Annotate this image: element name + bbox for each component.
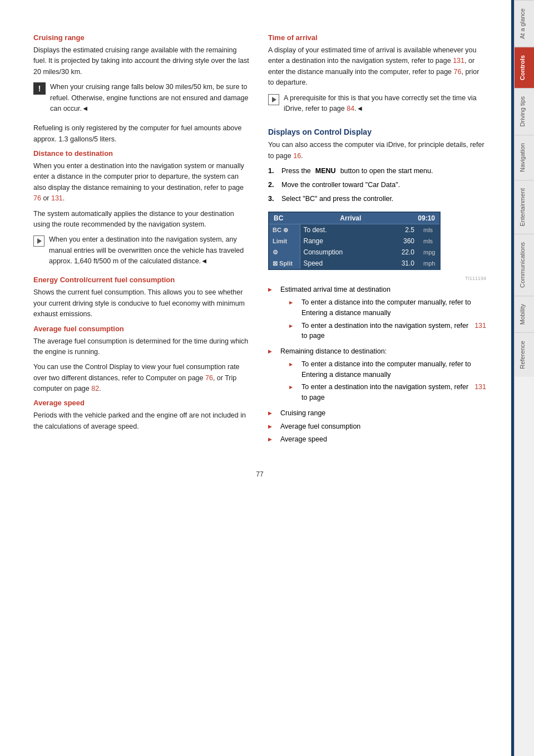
tab-entertainment[interactable]: Entertainment [515,180,534,234]
heading-cruising-range: Cruising range [33,33,251,42]
bc-value-speed: 31.0 [382,258,420,269]
step-2: Move the controller toward "Car Data". [268,180,486,190]
tab-communications[interactable]: Communications [515,234,534,296]
section-average-fuel: Average fuel consumption The average fue… [33,325,251,395]
link-131d[interactable]: 131 [474,382,486,392]
bc-row-consumption: ⚙ Consumption 22.0 mpg [269,247,439,258]
bullet-remaining-distance: Remaining distance to destination: To en… [268,346,486,405]
average-fuel-text-2: You can use the Control Display to view … [33,362,251,394]
bc-unit-to-dest: mls [420,224,439,235]
bc-value-range: 360 [382,235,420,247]
tab-navigation[interactable]: Navigation [515,135,534,180]
tab-mobility[interactable]: Mobility [515,296,534,332]
step-3: Select "BC" and press the controller. [268,194,486,204]
sub-item-destination-nav-2: To enter a destination into the navigati… [289,382,486,403]
bc-value-to-dest: 2.5 [382,224,420,235]
bc-display: BC Arrival 09:10 BC ⊕ To dest. 2.5 mls [268,212,441,270]
bc-unit-consumption: mpg [420,247,439,258]
control-display-steps: Press the MENU button to open the start … [268,166,486,204]
image-credit: TI111194 [268,276,486,281]
bc-icon-split: ⊠ Split [269,258,300,269]
heading-average-fuel: Average fuel consumption [33,325,251,333]
left-column: Cruising range Displays the estimated cr… [33,33,251,448]
bc-label-range: Range [300,235,382,247]
cruising-range-text-1: Displays the estimated cruising range av… [33,45,251,77]
warning-box-cruising: ! When your cruising range falls below 3… [33,82,251,119]
bc-row-to-dest: BC ⊕ To dest. 2.5 mls [269,224,439,235]
bc-header-label: BC [274,214,283,222]
right-column: Time of arrival A display of your estima… [268,33,486,448]
main-content: Cruising range Displays the estimated cr… [0,0,514,756]
bc-header-arrival-label: Arrival [340,214,361,222]
bc-label-consumption: Consumption [300,247,382,258]
bc-value-consumption: 22.0 [382,247,420,258]
bc-header-time: 09:10 [418,214,435,222]
sub-list-remaining: To enter a distance into the computer ma… [289,359,486,403]
link-82[interactable]: 82 [91,385,99,392]
section-time-of-arrival: Time of arrival A display of your estima… [268,33,486,119]
bc-unit-speed: mph [420,258,439,269]
bc-display-header: BC Arrival 09:10 [269,213,439,224]
page-wrapper: At a glance Controls Driving tips Naviga… [0,0,534,756]
bc-label-speed: Speed [300,258,382,269]
link-76[interactable]: 76 [33,194,41,202]
sub-item-distance-manual: To enter a distance into the computer ma… [289,297,486,318]
link-84[interactable]: 84 [347,105,354,112]
sub-list-arrival: To enter a distance into the computer ma… [289,297,486,341]
section-displays-control: Displays on Control Display You can also… [268,127,486,445]
bullet-content-2: Remaining distance to destination: To en… [280,346,486,405]
note-icon-time [268,94,279,105]
note-box-time: A prerequisite for this is that you have… [268,93,486,119]
link-131a[interactable]: 131 [51,194,63,202]
tab-reference[interactable]: Reference [515,332,534,377]
heading-energy-control: Energy Control/current fuel consumption [33,276,251,284]
tab-bar: At a glance Controls Driving tips Naviga… [514,0,534,756]
displays-control-text: You can also access the computer via iDr… [268,140,486,161]
note-icon-distance [33,235,44,247]
average-fuel-text-1: The average fuel consumption is determin… [33,336,251,358]
time-arrival-text-1: A display of your estimated time of arri… [268,45,486,89]
bullet-avg-speed: Average speed [268,434,486,445]
two-column-layout: Cruising range Displays the estimated cr… [33,33,486,448]
warning-icon: ! [33,82,46,95]
section-distance-destination: Distance to destination When you enter a… [33,149,251,271]
sub-item-destination-nav: To enter a destination into the navigati… [289,321,486,342]
bc-row-range: Limit Range 360 mls [269,235,439,247]
bc-row-speed: ⊠ Split Speed 31.0 mph [269,258,439,269]
distance-dest-text-2: The system automatically applies the dis… [33,209,251,230]
bullet-estimated-arrival: Estimated arrival time at destination To… [268,284,486,343]
bc-icon-bc: BC ⊕ [269,224,300,235]
bc-icon-consumption: ⚙ [269,247,300,258]
page-accent [511,0,514,756]
tab-controls[interactable]: Controls [515,47,534,88]
bc-label-to-dest: To dest. [300,224,382,235]
link-76c[interactable]: 76 [454,68,462,76]
bullet-cruising-range: Cruising range [268,408,486,419]
page-number: 77 [33,470,486,478]
note-box-distance: When you enter a destination into the na… [33,234,251,271]
heading-distance-destination: Distance to destination [33,149,251,158]
note-text-time: A prerequisite for this is that you have… [284,93,486,115]
bullet-content-1: Estimated arrival time at destination To… [280,284,486,343]
link-131b[interactable]: 131 [453,57,464,65]
energy-control-text: Shows the current fuel consumption. This… [33,287,251,320]
step-1: Press the MENU button to open the start … [268,166,486,176]
sub-item-distance-manual-2: To enter a distance into the computer ma… [289,359,486,380]
link-131c[interactable]: 131 [474,321,486,331]
bc-icon-limit: Limit [269,235,300,247]
section-energy-control: Energy Control/current fuel consumption … [33,276,251,320]
heading-displays-control: Displays on Control Display [268,127,486,136]
heading-average-speed: Average speed [33,399,251,407]
heading-time-of-arrival: Time of arrival [268,33,486,42]
bullet-list: Estimated arrival time at destination To… [268,284,486,445]
warning-text-cruising: When your cruising range falls below 30 … [50,82,251,114]
tab-at-a-glance[interactable]: At a glance [515,0,534,47]
bc-table: BC ⊕ To dest. 2.5 mls Limit Range 360 ml [269,224,439,269]
note-text-distance: When you enter a destination into the na… [49,234,251,267]
bullet-avg-fuel: Average fuel consumption [268,421,486,432]
tab-driving-tips[interactable]: Driving tips [515,88,534,134]
link-16[interactable]: 16 [293,152,301,160]
link-76b[interactable]: 76 [205,374,213,382]
cruising-range-text-2: Refueling is only registered by the comp… [33,123,251,145]
distance-dest-text-1: When you enter a destination into the na… [33,161,251,204]
